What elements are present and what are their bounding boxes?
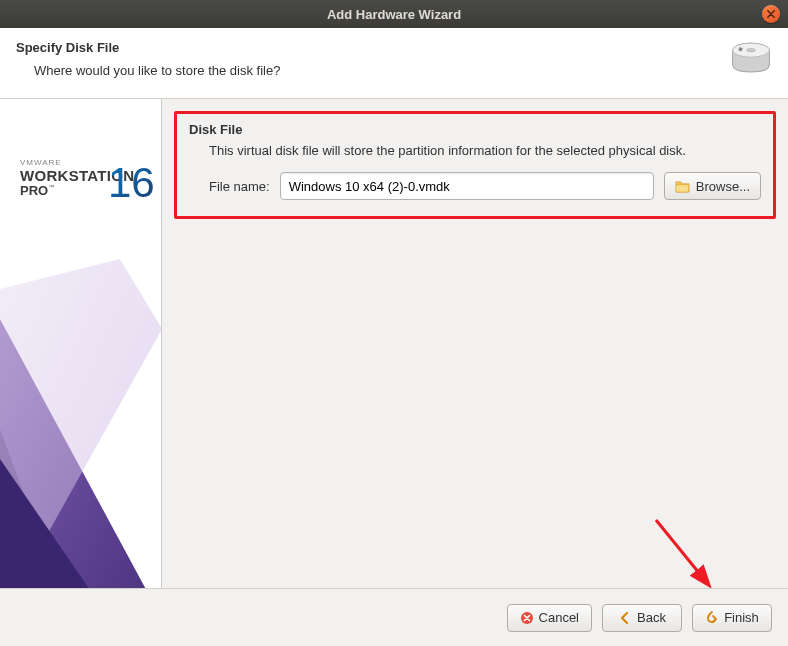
- section-title: Disk File: [189, 122, 761, 137]
- brand-pro: PRO: [20, 183, 48, 198]
- brand-version: 16: [108, 159, 155, 207]
- finish-icon: [705, 611, 719, 625]
- finish-label: Finish: [724, 610, 759, 625]
- page-title: Specify Disk File: [16, 40, 720, 55]
- browse-button[interactable]: Browse...: [664, 172, 761, 200]
- cancel-button[interactable]: Cancel: [507, 604, 592, 632]
- back-label: Back: [637, 610, 666, 625]
- titlebar: Add Hardware Wizard: [0, 0, 788, 28]
- folder-icon: [675, 180, 690, 193]
- svg-point-2: [747, 48, 756, 52]
- window-title: Add Hardware Wizard: [327, 7, 461, 22]
- close-icon: [767, 10, 775, 18]
- sidebar-artwork: [0, 259, 162, 619]
- wizard-footer: Cancel Back Finish: [0, 588, 788, 646]
- section-description: This virtual disk file will store the pa…: [189, 143, 761, 158]
- disk-icon: [730, 40, 772, 76]
- browse-label: Browse...: [696, 179, 750, 194]
- window-close-button[interactable]: [762, 5, 780, 23]
- back-icon: [618, 611, 632, 625]
- cancel-icon: [520, 611, 534, 625]
- finish-button[interactable]: Finish: [692, 604, 772, 632]
- filename-input[interactable]: [280, 172, 654, 200]
- wizard-header: Specify Disk File Where would you like t…: [0, 28, 788, 99]
- trademark-icon: ™: [48, 184, 54, 190]
- highlighted-section: Disk File This virtual disk file will st…: [174, 111, 776, 219]
- back-button[interactable]: Back: [602, 604, 682, 632]
- wizard-sidebar: VMWARE WORKSTATION PRO™ 16: [0, 99, 162, 619]
- cancel-label: Cancel: [539, 610, 579, 625]
- page-subtitle: Where would you like to store the disk f…: [16, 63, 720, 78]
- wizard-content: Disk File This virtual disk file will st…: [162, 99, 788, 619]
- filename-label: File name:: [209, 179, 270, 194]
